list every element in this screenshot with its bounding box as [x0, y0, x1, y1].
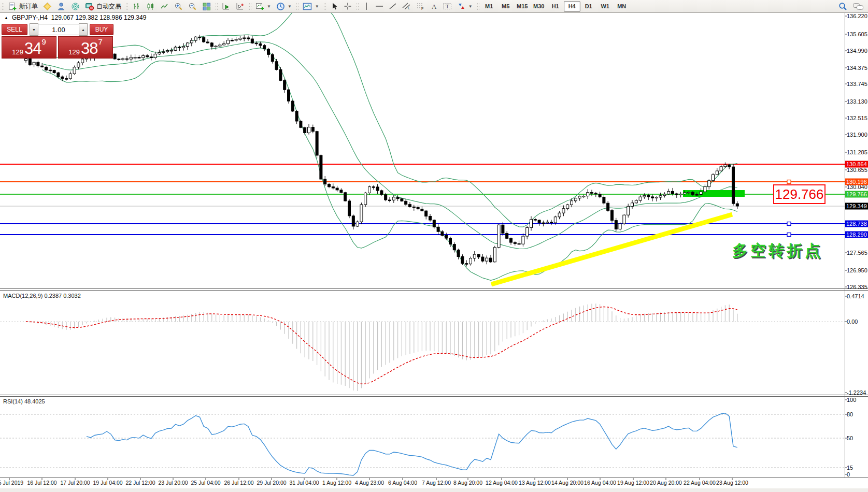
vertical-line-icon	[363, 2, 370, 10]
rsi-line	[87, 413, 737, 475]
search-icon[interactable]	[838, 2, 847, 11]
autotrading-icon	[85, 2, 94, 11]
timeframe-button-h4[interactable]: H4	[564, 1, 580, 12]
line-chart-button[interactable]	[158, 0, 172, 12]
gold-diamond-icon	[43, 2, 52, 11]
new-chart-icon	[255, 2, 264, 11]
channel-icon: E	[402, 2, 411, 10]
autotrading-label: 自动交易	[96, 2, 121, 11]
text-label-button[interactable]: T	[440, 0, 454, 12]
zoom-in-button[interactable]	[172, 0, 186, 12]
svg-text:E: E	[408, 6, 410, 10]
trendline-button[interactable]	[386, 0, 400, 12]
zoom-out-button[interactable]	[186, 0, 200, 12]
macd-histogram	[0, 303, 845, 391]
svg-text:F: F	[421, 7, 423, 10]
volume-input[interactable]: 1.00	[38, 24, 79, 35]
toolbar-group-separator	[125, 2, 129, 10]
ohlc-bars-icon	[132, 2, 141, 11]
sell-button[interactable]: SELL	[2, 24, 27, 35]
line-handles[interactable]	[787, 180, 798, 237]
data-window-button[interactable]	[54, 0, 68, 12]
candlestick-button[interactable]	[144, 0, 158, 12]
timeframe-button-d1[interactable]: D1	[580, 1, 597, 12]
horizontal-line-icon	[375, 2, 383, 10]
toolbar-group-separator	[355, 2, 359, 10]
equidistant-channel-button[interactable]: E	[400, 0, 414, 12]
chat-icon[interactable]	[852, 2, 864, 11]
timeframe-button-m5[interactable]: M5	[497, 1, 514, 12]
tile-windows-icon	[202, 2, 211, 11]
sell-price-quote[interactable]: 129 34 9	[2, 36, 56, 59]
volume-increase-button[interactable]: ▲	[79, 23, 88, 36]
volume-stepper: ▼ 1.00 ▲	[30, 24, 88, 35]
chart-shift-icon	[236, 2, 245, 11]
profiles-dropdown[interactable]: ▼	[274, 0, 294, 12]
fibonacci-icon: F	[416, 2, 425, 10]
timeframe-button-h1[interactable]: H1	[547, 1, 564, 12]
one-click-trading-panel: SELL ▼ 1.00 ▲ BUY 129 34 9 129 38 7	[2, 24, 113, 59]
candlestick-series	[25, 35, 739, 267]
buy-price-big: 38	[81, 40, 97, 56]
auto-scroll-icon	[222, 2, 231, 11]
signals-button[interactable]	[68, 0, 82, 12]
spiral-icon	[71, 2, 80, 11]
toolbar-group-separator	[476, 2, 480, 10]
person-icon	[57, 2, 66, 11]
buy-price-prefix: 129	[68, 48, 80, 56]
buy-button[interactable]: BUY	[90, 24, 113, 35]
sell-price-prefix: 129	[12, 48, 23, 56]
toolbar-group-separator	[215, 2, 218, 10]
market-watch-button[interactable]	[40, 0, 54, 12]
cursor-icon	[330, 2, 338, 10]
tile-windows-button[interactable]	[200, 0, 214, 12]
crosshair-button[interactable]	[341, 0, 354, 12]
bar-chart-button[interactable]	[130, 0, 144, 12]
sell-price-big: 34	[24, 40, 41, 56]
timeframe-button-m15[interactable]: M15	[514, 1, 531, 12]
timeframe-button-m1[interactable]: M1	[481, 1, 497, 12]
new-order-icon	[8, 2, 17, 11]
buy-price-pip: 7	[98, 38, 102, 46]
new-order-button[interactable]: 新订单	[6, 0, 40, 12]
zoom-out-icon	[188, 2, 197, 11]
candlestick-icon	[146, 2, 155, 11]
horizontal-line-button[interactable]	[373, 0, 386, 12]
chart-shift-button[interactable]	[233, 0, 247, 12]
new-chart-dropdown[interactable]: ▼	[253, 0, 274, 12]
arrows-dropdown[interactable]: ▼	[454, 0, 475, 12]
timeframe-button-m30[interactable]: M30	[531, 1, 547, 12]
vertical-line-button[interactable]	[360, 0, 373, 12]
sell-price-pip: 9	[41, 38, 46, 46]
chart-frame	[0, 12, 868, 480]
timeframe-toolbar: M1M5M15M30H1H4D1W1MN	[481, 0, 630, 12]
indicators-icon	[303, 2, 312, 11]
fibonacci-button[interactable]: F	[414, 0, 428, 12]
svg-text:A: A	[432, 3, 437, 10]
timeframe-button-w1[interactable]: W1	[597, 1, 614, 12]
toolbar-drag-handle	[1, 2, 5, 10]
cursor-button[interactable]	[328, 0, 341, 12]
toolbar-group-separator	[295, 2, 299, 10]
autotrading-button[interactable]: 自动交易	[82, 0, 124, 12]
line-chart-icon	[160, 2, 169, 11]
toolbar-group-separator	[323, 2, 326, 10]
volume-decrease-button[interactable]: ▼	[30, 23, 38, 36]
indicators-dropdown[interactable]: ▼	[300, 0, 322, 12]
auto-scroll-button[interactable]	[219, 0, 233, 12]
arrows-icon	[457, 2, 466, 10]
text-button[interactable]: A	[428, 0, 440, 12]
clock-icon	[276, 2, 285, 11]
main-toolbar: 新订单 自动交易	[0, 0, 868, 13]
zoom-in-icon	[174, 2, 183, 11]
text-icon: A	[430, 2, 437, 10]
timeframe-button-mn[interactable]: MN	[614, 1, 630, 12]
crosshair-icon	[344, 2, 352, 10]
new-order-label: 新订单	[19, 2, 38, 11]
trendline-icon	[389, 2, 397, 10]
toolbar-group-separator	[248, 2, 252, 10]
svg-text:T: T	[446, 3, 449, 9]
text-label-icon: T	[443, 2, 452, 10]
chart-canvas	[0, 0, 868, 492]
buy-price-quote[interactable]: 129 38 7	[58, 36, 113, 59]
